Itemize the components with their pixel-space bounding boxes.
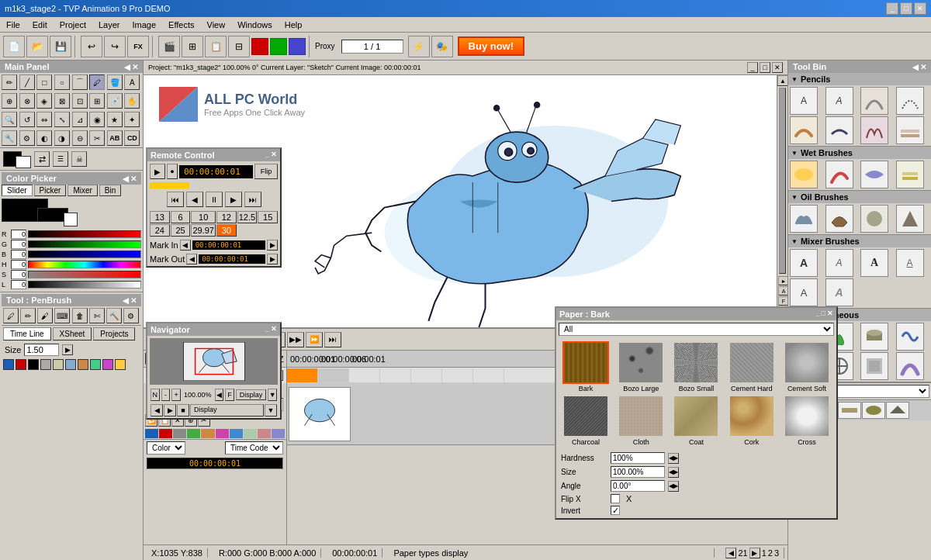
tool-warp[interactable]: ⊗ bbox=[19, 93, 35, 109]
paper-close[interactable]: ✕ bbox=[827, 309, 833, 319]
tool-rect[interactable]: □ bbox=[36, 74, 52, 90]
mixer-brush-6[interactable]: A bbox=[825, 278, 853, 306]
rc-pause[interactable]: ⏸ bbox=[206, 192, 223, 207]
frame-4[interactable] bbox=[380, 368, 411, 382]
misc-brush-8[interactable] bbox=[896, 352, 924, 380]
minimize-button[interactable]: _ bbox=[886, 2, 898, 15]
tab-mixer[interactable]: Mixer bbox=[67, 185, 97, 196]
swatch-red[interactable] bbox=[16, 359, 26, 370]
frame-5[interactable] bbox=[411, 368, 442, 382]
wet-brush-1[interactable] bbox=[790, 161, 818, 188]
background-color[interactable] bbox=[16, 156, 31, 168]
sm-swatch-10[interactable] bbox=[272, 429, 285, 438]
pen-tool-5[interactable]: 🗑 bbox=[72, 308, 88, 323]
tool-trans[interactable]: ⤡ bbox=[54, 112, 70, 127]
green-slider[interactable] bbox=[28, 240, 141, 248]
frame-6[interactable] bbox=[442, 368, 473, 382]
tool-brush[interactable]: 🖊 bbox=[89, 74, 105, 90]
maximize-button[interactable]: □ bbox=[900, 2, 912, 15]
menu-project[interactable]: Project bbox=[54, 17, 92, 32]
texture-cross[interactable]: Cross bbox=[780, 395, 833, 446]
nav-minus-btn[interactable]: - bbox=[161, 389, 171, 401]
size-arrow[interactable]: ◀▶ bbox=[668, 467, 679, 478]
swatch-3[interactable] bbox=[65, 359, 76, 370]
rc-close[interactable]: ✕ bbox=[271, 150, 277, 160]
tool-bin-close[interactable]: ✕ bbox=[920, 63, 926, 71]
nav-back[interactable]: ◀ bbox=[151, 404, 163, 417]
nav-n-btn[interactable]: N bbox=[151, 389, 160, 401]
extra-brush-4[interactable] bbox=[862, 402, 885, 419]
extra-brush-5[interactable] bbox=[886, 402, 909, 419]
tool-zoom[interactable]: 🔍 bbox=[2, 112, 17, 127]
tab-picker[interactable]: Picker bbox=[34, 185, 67, 196]
nav-plus-btn[interactable]: + bbox=[171, 389, 181, 401]
tertiary-color-box[interactable] bbox=[64, 213, 78, 226]
rc-markout-arrow[interactable]: ▶ bbox=[267, 254, 278, 264]
nav-minimize[interactable]: _ bbox=[265, 325, 269, 334]
swatch-black[interactable] bbox=[28, 359, 39, 370]
oil-brush-3[interactable] bbox=[860, 205, 888, 233]
sat-slider[interactable] bbox=[28, 271, 141, 278]
frame-2[interactable] bbox=[318, 368, 349, 382]
toolbar-open[interactable]: 📂 bbox=[26, 36, 48, 57]
tool-misc8[interactable]: CD bbox=[124, 130, 140, 146]
rc-frame-10[interactable]: 10 bbox=[191, 211, 216, 223]
nav-dropdown[interactable]: ▼ bbox=[268, 389, 277, 401]
tool-smear[interactable]: ◈ bbox=[36, 93, 52, 109]
rc-frame-6[interactable]: 6 bbox=[171, 211, 191, 223]
toolbar-grid2[interactable]: ⊟ bbox=[228, 36, 250, 57]
lum-slider[interactable] bbox=[28, 281, 141, 289]
toolbar-save[interactable]: 💾 bbox=[50, 36, 71, 57]
size-input-paper[interactable] bbox=[611, 466, 665, 478]
invert-checkbox[interactable]: ✓ bbox=[611, 506, 620, 515]
tool-fill[interactable]: 🪣 bbox=[107, 74, 123, 90]
tool-morph[interactable]: ◉ bbox=[89, 112, 105, 127]
nav-zoom-arrow-l[interactable]: ◀ bbox=[215, 389, 224, 401]
tool-flip[interactable]: ⇔ bbox=[36, 112, 52, 127]
frame-current[interactable] bbox=[287, 368, 318, 382]
nav-dropdown2[interactable]: ▼ bbox=[265, 404, 277, 417]
mixer-brush-5[interactable]: A bbox=[790, 278, 818, 306]
tab-projects[interactable]: Projects bbox=[93, 327, 135, 340]
brush-pencil-2[interactable]: A bbox=[825, 87, 853, 115]
pen-tool-1[interactable]: 🖊 bbox=[3, 308, 19, 323]
toolbar-film[interactable]: 🎬 bbox=[158, 36, 180, 57]
oil-brushes-header[interactable]: Oil Brushes bbox=[788, 191, 931, 203]
tool-misc2[interactable]: ⚙ bbox=[19, 130, 35, 146]
texture-bozo-large[interactable]: Bozo Large bbox=[614, 341, 667, 392]
sm-swatch-4[interactable] bbox=[187, 429, 200, 438]
nav-stop[interactable]: ■ bbox=[177, 404, 189, 417]
main-panel-collapse[interactable]: ◀ bbox=[124, 63, 130, 71]
tool-misc4[interactable]: ◑ bbox=[54, 130, 70, 146]
paper-filter-select[interactable]: All bbox=[559, 323, 834, 336]
rc-record-btn[interactable]: ● bbox=[167, 164, 178, 179]
texture-cement-hard[interactable]: Cement Hard bbox=[725, 341, 778, 392]
scroll-thumb[interactable] bbox=[779, 88, 786, 274]
main-panel-close[interactable]: ✕ bbox=[132, 63, 138, 71]
size-input[interactable] bbox=[24, 344, 59, 356]
misc-brush-3[interactable] bbox=[860, 323, 888, 351]
sm-swatch-1[interactable] bbox=[145, 429, 158, 438]
sm-swatch-8[interactable] bbox=[244, 429, 257, 438]
wet-brush-2[interactable] bbox=[825, 161, 853, 188]
tool-pen[interactable]: ✏ bbox=[2, 74, 17, 90]
sm-swatch-6[interactable] bbox=[216, 429, 229, 438]
tab-timeline[interactable]: Time Line bbox=[3, 327, 51, 340]
wet-brush-4[interactable] bbox=[896, 161, 924, 188]
tab-xsheet[interactable]: XSheet bbox=[53, 327, 92, 340]
page-next[interactable]: ▶ bbox=[749, 548, 760, 558]
nav-display-btn[interactable]: Display bbox=[236, 389, 267, 400]
rc-markout-set[interactable]: ◀ bbox=[186, 254, 197, 264]
tool-clone[interactable]: ⊡ bbox=[72, 93, 88, 109]
swatch-6[interactable] bbox=[102, 359, 113, 370]
tool-hand[interactable]: ✋ bbox=[124, 93, 140, 109]
hardness-arrow[interactable]: ◀▶ bbox=[668, 453, 679, 464]
toolbar-color2[interactable] bbox=[270, 38, 287, 55]
rc-fwd-fwd[interactable]: ⏭ bbox=[244, 192, 261, 207]
tool-eyedrop[interactable]: 💉 bbox=[107, 93, 123, 109]
timecode-mode[interactable]: Time Code bbox=[225, 441, 283, 455]
pencils-header[interactable]: Pencils bbox=[788, 73, 931, 85]
reset-colors[interactable]: ☰ bbox=[53, 151, 68, 167]
blue-slider[interactable] bbox=[28, 251, 141, 258]
swatch-blue[interactable] bbox=[3, 359, 14, 370]
